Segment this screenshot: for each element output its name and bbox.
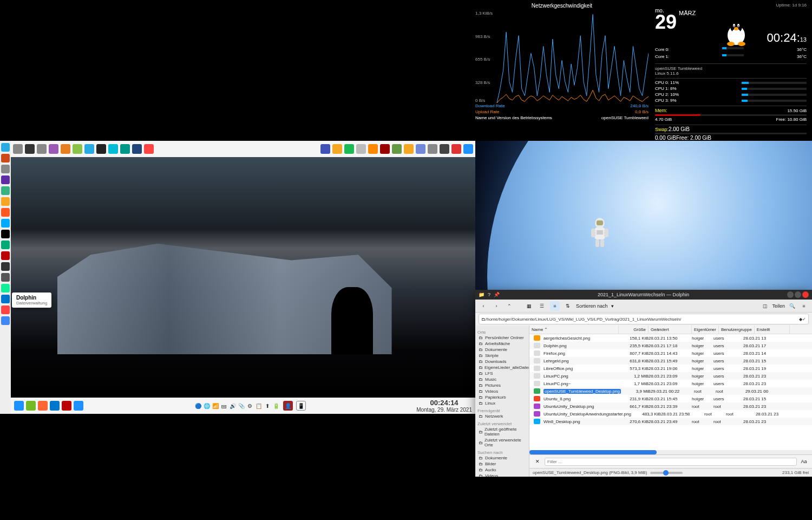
tray-icon[interactable]: 📶	[212, 402, 219, 410]
hamburger-menu-icon[interactable]: ≡	[799, 301, 809, 311]
sidebar-item[interactable]: 🗀Music	[477, 376, 527, 382]
launcher-icon[interactable]	[14, 401, 24, 411]
launcher-icon[interactable]	[1, 316, 10, 325]
launcher-icon[interactable]	[120, 144, 130, 154]
launcher-icon[interactable]	[62, 401, 71, 411]
taskbar-user-icon[interactable]: 👤	[283, 401, 293, 411]
file-row[interactable]: LinuxPC.png1,2 MiB28.03.21 23:09holgerus…	[529, 372, 812, 380]
sidebar-item[interactable]: 🗀Persönlicher Ordner	[477, 335, 527, 341]
launcher-icon[interactable]	[1, 295, 10, 303]
sidebar-item[interactable]: 🗀Skripte	[477, 353, 527, 359]
maximize-button[interactable]	[795, 291, 801, 298]
launcher-icon[interactable]	[1, 306, 10, 314]
sidebar-item[interactable]: 🗀Pictures	[477, 382, 527, 388]
launcher-icon[interactable]	[144, 144, 154, 154]
view-details-button[interactable]: ≡	[550, 301, 560, 311]
launcher-icon[interactable]	[451, 144, 461, 154]
zoom-slider[interactable]	[650, 472, 683, 474]
launcher-icon[interactable]	[1, 240, 10, 249]
launcher-icon[interactable]	[1, 208, 10, 217]
launcher-icon[interactable]	[1, 262, 10, 271]
file-list-header[interactable]: Name ⌃ Größe Geändert Eigentümer Benutze…	[529, 326, 812, 334]
launcher-icon[interactable]	[368, 144, 378, 154]
tray-icon[interactable]: 🔋	[272, 402, 280, 410]
sidebar-item[interactable]: 🗀Arbeitsfläche	[477, 341, 527, 347]
file-row[interactable]: UbuntuUnity_Desktop.png661,7 KiB28.03.21…	[529, 402, 812, 410]
tray-icon[interactable]: 📋	[255, 402, 263, 410]
launcher-icon[interactable]	[1, 230, 10, 238]
sidebar-item[interactable]: 🗀Netzwerk	[477, 413, 527, 419]
launcher-icon[interactable]	[25, 144, 35, 154]
forward-button[interactable]: ›	[492, 301, 501, 311]
tray-icon[interactable]: 🔵	[194, 402, 202, 410]
view-icons-button[interactable]: ▦	[524, 301, 534, 311]
launcher-icon[interactable]	[1, 273, 10, 282]
sidebar-item[interactable]: 🗀Papierkorb	[477, 394, 527, 400]
launcher-icon[interactable]	[1, 186, 10, 195]
launcher-icon[interactable]	[96, 144, 106, 154]
view-compact-button[interactable]: ☰	[537, 301, 547, 311]
launcher-icon[interactable]	[84, 144, 94, 154]
launcher-icon[interactable]	[463, 144, 473, 154]
file-row[interactable]: LinuxPC.png~1,7 MiB28.03.21 23:09holgeru…	[529, 380, 812, 387]
launcher-icon[interactable]	[37, 144, 47, 154]
split-button[interactable]: ◫	[760, 301, 770, 311]
share-label[interactable]: Teilen	[772, 303, 785, 309]
sidebar-item[interactable]: 🗀Audio	[477, 467, 527, 473]
chevron-down-icon[interactable]: ▾	[611, 303, 614, 309]
file-row[interactable]: Dolphin.png235,5 KiB28.03.21 17:18holger…	[529, 342, 812, 349]
sidebar-item[interactable]: 🗀Dokumente	[477, 347, 527, 353]
sidebar-item[interactable]: 🗀Zuletzt verwendete Orte	[477, 437, 527, 448]
launcher-icon[interactable]	[380, 144, 390, 154]
file-row[interactable]: Win8_Desktop.png270,6 KiB28.03.21 23:49r…	[529, 418, 812, 425]
tray-icon[interactable]: ⚙	[246, 402, 254, 410]
filter-input[interactable]	[545, 458, 797, 466]
tray-icon[interactable]: 🖴	[220, 402, 228, 410]
sidebar-item[interactable]: 🗀Downloads	[477, 359, 527, 365]
launcher-icon[interactable]	[13, 144, 23, 154]
launcher-icon[interactable]	[108, 144, 118, 154]
launcher-icon[interactable]	[1, 165, 10, 173]
launcher-icon[interactable]	[428, 144, 437, 154]
launcher-icon[interactable]	[392, 144, 402, 154]
launcher-icon[interactable]	[1, 219, 10, 227]
sidebar-item[interactable]: 🗀Dokumente	[477, 455, 527, 461]
launcher-icon[interactable]	[416, 144, 425, 154]
filter-close-icon[interactable]: ✕	[533, 457, 542, 466]
launcher-icon[interactable]	[1, 143, 10, 152]
taskbar-phone-icon[interactable]: 📱	[296, 401, 306, 411]
minimize-button[interactable]	[787, 291, 794, 298]
launcher-icon[interactable]	[1, 284, 10, 292]
launcher-icon[interactable]	[1, 176, 10, 184]
file-row[interactable]: Firefox.png807,7 KiB28.03.21 14:43holger…	[529, 349, 812, 357]
launcher-icon[interactable]	[356, 144, 366, 154]
tray-icon[interactable]: 🌐	[203, 402, 211, 410]
sidebar-item[interactable]: 🗀Zuletzt geöffnete Dateien	[477, 426, 527, 437]
path-accept-icon[interactable]: ✓	[802, 317, 806, 322]
desktop-wallpaper-basalt[interactable]	[11, 157, 475, 398]
tray-icon[interactable]: 📎	[238, 402, 245, 410]
taskbar-clock[interactable]: 00:24:14 Montag, 29. März 2021	[416, 399, 472, 413]
sidebar-item[interactable]: 🗀Bilder	[477, 461, 527, 467]
launcher-icon[interactable]	[49, 144, 58, 154]
file-row[interactable]: aergerlichesGesicht.png158,1 KiB28.03.21…	[529, 334, 812, 342]
filter-toggle-icon[interactable]: Aa	[799, 457, 809, 466]
file-row[interactable]: Lehrgeld.png631,8 KiB28.03.21 15:49holge…	[529, 357, 812, 365]
search-icon[interactable]: 🔍	[787, 301, 797, 311]
sidebar-item[interactable]: 🗀LFS	[477, 370, 527, 376]
launcher-icon[interactable]	[440, 144, 449, 154]
launcher-icon[interactable]	[61, 144, 70, 154]
launcher-icon[interactable]	[1, 251, 10, 260]
pin-icon[interactable]: 📌	[494, 292, 500, 297]
launcher-icon[interactable]	[332, 144, 342, 154]
sidebar-item[interactable]: 🗀EigeneLieder_alleDaten	[477, 365, 527, 370]
launcher-icon[interactable]	[50, 401, 60, 411]
launcher-icon[interactable]	[344, 144, 354, 154]
launcher-icon[interactable]	[404, 144, 414, 154]
sidebar-item[interactable]: 🗀Videos	[477, 473, 527, 477]
location-bar[interactable]: 🗀 /home/holger/Dokumente/Linux/LUG_VS/Wi…	[479, 314, 809, 324]
launcher-icon[interactable]	[1, 197, 10, 206]
dolphin-titlebar[interactable]: 📁 ? 📌 2021_1_LinuxWarumWechseln — Dolphi…	[475, 290, 812, 300]
sidebar-item[interactable]: 🗀Videos	[477, 388, 527, 394]
horizontal-scrollbar[interactable]	[529, 450, 812, 454]
